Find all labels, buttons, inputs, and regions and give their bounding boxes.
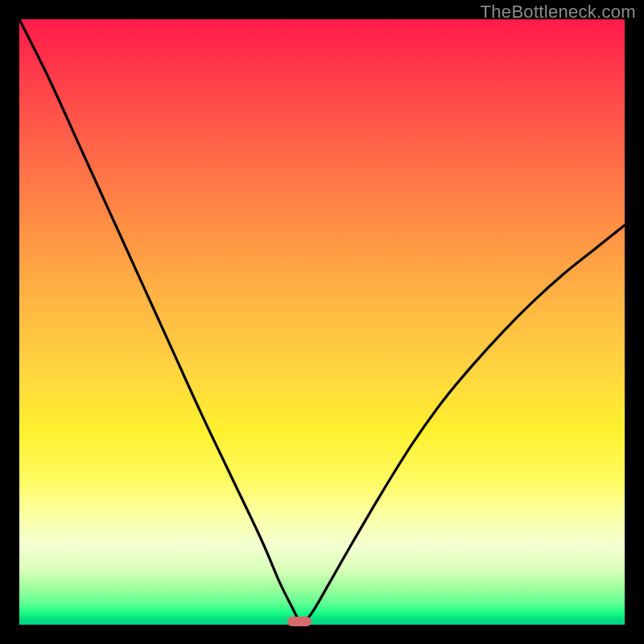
chart-frame: TheBottleneck.com	[0, 0, 644, 644]
plot-area	[19, 19, 625, 625]
watermark-text: TheBottleneck.com	[481, 2, 636, 23]
bottleneck-curve	[19, 19, 625, 625]
optimal-marker	[287, 617, 312, 626]
